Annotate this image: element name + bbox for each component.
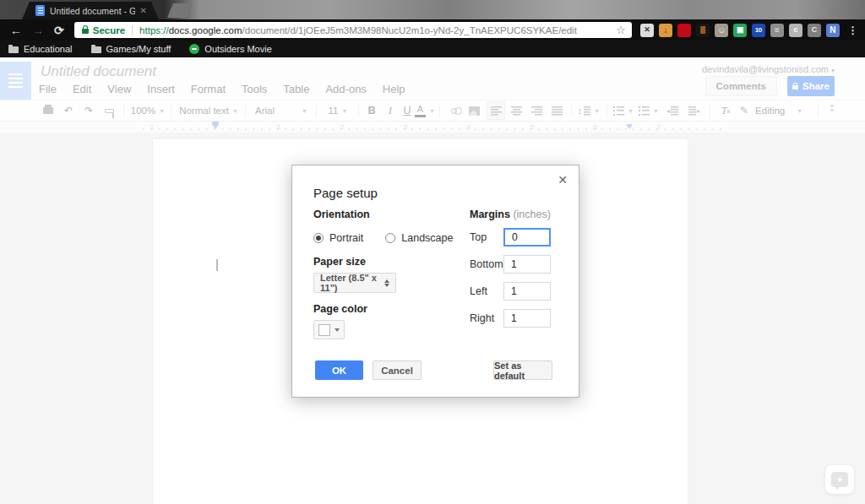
chrome-menu-icon[interactable]: ⋮ [848, 24, 858, 36]
margin-bottom-label: Bottom [470, 258, 503, 270]
paper-size-value: Letter (8.5" x 11") [320, 273, 384, 293]
set-as-default-button[interactable]: Set as default [493, 360, 552, 380]
folder-icon [8, 46, 19, 53]
paper-size-label: Paper size [313, 256, 366, 268]
url-scheme: https:// [139, 25, 169, 35]
browser-tab-strip: Untitled document - Goo ✕ [0, 0, 865, 19]
extension-icon[interactable]: ↓ [659, 24, 672, 37]
bookmark-star-icon[interactable]: ☆ [616, 24, 626, 36]
margins-label-text: Margins [470, 209, 510, 220]
paper-size-select[interactable]: Letter (8.5" x 11") [313, 273, 396, 293]
bookmark-label: Games/My stuff [106, 44, 171, 54]
back-icon[interactable]: ← [10, 24, 22, 36]
bookmark-folder-educational[interactable]: Educational [8, 44, 73, 54]
extension-icon[interactable]: ≡ [770, 24, 784, 37]
extension-icon[interactable]: c [789, 24, 802, 37]
extensions-row: ✕ ↓ ||| ☺ ▣ 10 ≡ c C N ⋮ [640, 24, 858, 37]
extension-icon[interactable] [677, 24, 691, 37]
address-bar[interactable]: Secure https://docs.google.com/document/… [74, 22, 632, 38]
margin-row-right: Right [470, 309, 571, 328]
dialog-title: Page setup [313, 186, 378, 200]
margin-left-input[interactable] [503, 282, 551, 301]
updown-arrows-icon [384, 279, 389, 287]
browser-tab[interactable]: Untitled document - Goo ✕ [22, 2, 159, 19]
landscape-label: Landscape [401, 232, 453, 244]
close-icon[interactable]: ✕ [558, 173, 568, 187]
radio-unselected-icon [385, 233, 395, 243]
margin-bottom-input[interactable] [503, 255, 551, 274]
forward-icon: → [32, 24, 44, 36]
folder-icon [91, 46, 101, 53]
tab-close-icon[interactable]: ✕ [140, 6, 147, 15]
margin-row-left: Left [470, 282, 571, 301]
extension-icon[interactable]: ▣ [733, 24, 747, 37]
orientation-label: Orientation [313, 209, 370, 220]
margin-row-bottom: Bottom [470, 255, 571, 274]
secure-lock-icon [82, 29, 89, 34]
docs-favicon-icon [35, 5, 45, 16]
bookmarks-bar: Educational Games/My stuff Outsiders Mov… [0, 41, 865, 57]
page-setup-dialog: ✕ Page setup Orientation Portrait Landsc… [291, 165, 579, 398]
orientation-options: Portrait Landscape [313, 232, 453, 244]
extension-icon[interactable]: ☺ [715, 24, 728, 37]
portrait-label: Portrait [329, 232, 363, 244]
site-favicon-icon [189, 44, 199, 54]
new-tab-button[interactable] [167, 3, 193, 18]
url-text: https://docs.google.com/document/d/1jOEe… [139, 25, 611, 35]
margin-top-label: Top [470, 231, 503, 243]
radio-selected-icon [313, 233, 324, 243]
chevron-down-icon [335, 328, 340, 332]
portrait-radio[interactable]: Portrait [313, 232, 363, 244]
page-color-select[interactable] [313, 320, 345, 339]
bookmark-label: Educational [24, 44, 73, 54]
tab-title: Untitled document - Goo [50, 6, 135, 16]
browser-toolbar: ← → ⟳ Secure https://docs.google.com/doc… [0, 19, 865, 41]
secure-label: Secure [93, 25, 125, 35]
margin-top-input[interactable] [503, 228, 551, 247]
color-swatch [318, 324, 330, 336]
margins-label: Margins (inches) [470, 209, 551, 220]
bookmark-label: Outsiders Movie [204, 44, 271, 54]
ok-button[interactable]: OK [315, 360, 363, 380]
margin-right-label: Right [470, 312, 503, 324]
address-divider [132, 25, 133, 35]
cancel-button[interactable]: Cancel [373, 360, 422, 380]
landscape-radio[interactable]: Landscape [385, 232, 453, 244]
extension-icon[interactable]: C [808, 24, 821, 37]
url-path: /document/d/1jOEeJ5m3M3M98NucU2m1o-yNd-2… [242, 25, 577, 35]
extension-icon[interactable]: ✕ [640, 24, 654, 37]
screen: Untitled document - Goo ✕ ← → ⟳ Secure h… [0, 0, 865, 504]
margin-right-input[interactable] [503, 309, 551, 328]
bookmark-folder-games[interactable]: Games/My stuff [91, 44, 171, 54]
extension-icon[interactable]: N [826, 24, 840, 37]
bookmark-outsiders-movie[interactable]: Outsiders Movie [189, 44, 271, 54]
extension-icon[interactable]: ||| [696, 24, 710, 37]
margins-unit: (inches) [513, 209, 550, 220]
extension-icon[interactable]: 10 [752, 24, 765, 37]
margin-row-top: Top [470, 228, 571, 247]
margin-left-label: Left [470, 285, 503, 297]
reload-icon[interactable]: ⟳ [54, 24, 64, 36]
url-host: docs.google.com [169, 25, 242, 35]
page-color-label: Page color [313, 303, 367, 315]
